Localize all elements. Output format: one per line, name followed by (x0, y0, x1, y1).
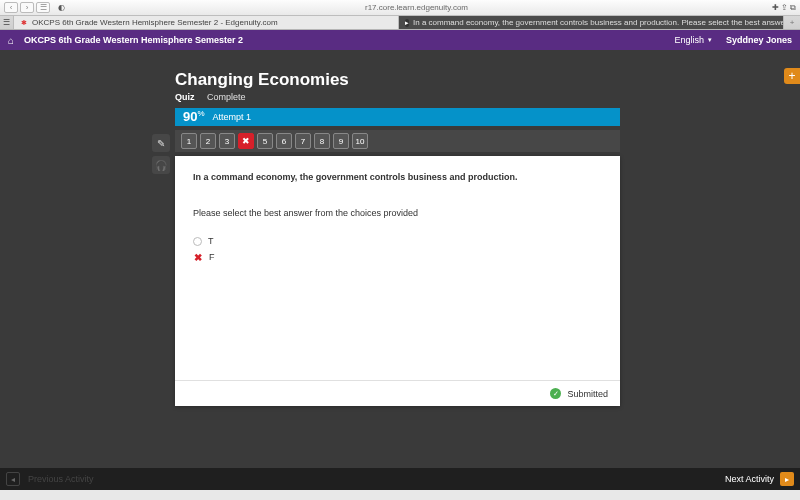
panel-footer: ✓ Submitted (175, 380, 620, 406)
question-text: In a command economy, the government con… (193, 172, 602, 182)
question-nav-6[interactable]: 6 (276, 133, 292, 149)
question-nav-4[interactable] (238, 133, 254, 149)
answer-row-0[interactable]: T (193, 236, 602, 246)
course-title: OKCPS 6th Grade Western Hemisphere Semes… (24, 35, 674, 45)
tab-1-label: OKCPS 6th Grade Western Hemisphere Semes… (32, 18, 278, 27)
bottom-bar: ◂ Previous Activity Next Activity ▸ (0, 468, 800, 490)
answer-label: T (208, 236, 214, 246)
lesson-subtitle: Quiz Complete (175, 92, 620, 102)
share-button[interactable]: ⇪ (781, 3, 788, 13)
brainly-favicon: ▸ (405, 19, 409, 27)
lesson-status: Complete (207, 92, 246, 102)
score-bar[interactable]: 90% Attempt 1 (175, 108, 620, 126)
question-nav-10[interactable]: 10 (352, 133, 368, 149)
highlighter-icon[interactable]: ✎ (152, 134, 170, 152)
language-selector[interactable]: English ▾ (674, 35, 712, 45)
browser-tab-2[interactable]: ▸ In a command economy, the government c… (399, 16, 784, 29)
tabs-button[interactable]: ⧉ (790, 3, 796, 13)
expand-button[interactable]: + (784, 68, 800, 84)
next-activity-label: Next Activity (725, 474, 774, 484)
answer-label: F (209, 252, 215, 262)
browser-nav-group: ‹ › ☰ (0, 2, 54, 13)
user-name[interactable]: Syddney Jones (726, 35, 792, 45)
add-button[interactable]: ✚ (772, 3, 779, 13)
audio-icon[interactable]: 🎧 (152, 156, 170, 174)
attempt-label: Attempt 1 (213, 112, 252, 122)
browser-tab-bar: ☰ ✱ OKCPS 6th Grade Western Hemisphere S… (0, 16, 800, 30)
chevron-down-icon: ▾ (708, 36, 712, 44)
browser-toolbar: ‹ › ☰ ◐ r17.core.learn.edgenuity.com ✚ ⇪… (0, 0, 800, 16)
question-instruction: Please select the best answer from the c… (193, 208, 602, 218)
forward-button[interactable]: › (20, 2, 34, 13)
check-icon: ✓ (550, 388, 561, 399)
new-tab-button[interactable]: + (784, 16, 800, 29)
home-icon[interactable]: ⌂ (8, 35, 14, 46)
edgenuity-favicon: ✱ (20, 19, 28, 27)
lesson-title: Changing Economies (175, 70, 620, 90)
submitted-label: Submitted (567, 389, 608, 399)
answer-list: T✖F (193, 236, 602, 262)
question-nav-1[interactable]: 1 (181, 133, 197, 149)
content-column: Changing Economies Quiz Complete 90% Att… (175, 70, 620, 406)
tab-list-button[interactable]: ☰ (0, 16, 14, 29)
question-nav-8[interactable]: 8 (314, 133, 330, 149)
question-nav-5[interactable]: 5 (257, 133, 273, 149)
next-activity[interactable]: Next Activity ▸ (725, 472, 794, 486)
browser-tab-1[interactable]: ✱ OKCPS 6th Grade Western Hemisphere Sem… (14, 16, 399, 29)
next-activity-button[interactable]: ▸ (780, 472, 794, 486)
lesson-type: Quiz (175, 92, 195, 102)
sidebar-button[interactable]: ☰ (36, 2, 50, 13)
url-display[interactable]: r17.core.learn.edgenuity.com (365, 3, 468, 12)
workspace: + ✎ 🎧 Changing Economies Quiz Complete 9… (0, 50, 800, 490)
prev-activity-label: Previous Activity (28, 474, 94, 484)
score-percent: 90% (183, 109, 205, 124)
tool-column: ✎ 🎧 (152, 134, 170, 174)
radio-icon (193, 237, 202, 246)
wrong-icon: ✖ (193, 252, 203, 262)
prev-activity-button[interactable]: ◂ (6, 472, 20, 486)
answer-row-1[interactable]: ✖F (193, 252, 602, 262)
question-panel: In a command economy, the government con… (175, 156, 620, 406)
reader-button[interactable]: ◐ (58, 3, 65, 12)
back-button[interactable]: ‹ (4, 2, 18, 13)
question-nav-2[interactable]: 2 (200, 133, 216, 149)
tab-2-label: In a command economy, the government con… (413, 18, 784, 27)
app-header: ⌂ OKCPS 6th Grade Western Hemisphere Sem… (0, 30, 800, 50)
question-nav-7[interactable]: 7 (295, 133, 311, 149)
question-nav-9[interactable]: 9 (333, 133, 349, 149)
question-nav: 1235678910 (175, 130, 620, 152)
question-nav-3[interactable]: 3 (219, 133, 235, 149)
